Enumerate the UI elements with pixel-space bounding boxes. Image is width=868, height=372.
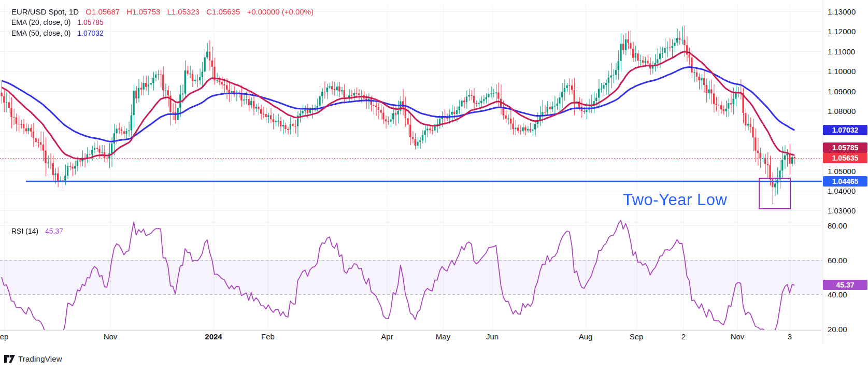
price-tick-label: 1.11000 bbox=[828, 47, 855, 55]
time-tick-label: Nov bbox=[731, 332, 745, 341]
ema50-label: EMA (50, close, 0) bbox=[11, 29, 70, 37]
price-tick-label: 1.13000 bbox=[828, 7, 856, 16]
ema50-badge: 1.07032 bbox=[823, 125, 867, 135]
price-tick-label: 1.03000 bbox=[828, 206, 856, 215]
price-tick-label: 1.08000 bbox=[828, 107, 856, 116]
low-highlight-box[interactable] bbox=[759, 178, 791, 209]
tradingview-chart: EUR/USD Spot, 1D O1.05687 H1.05753 L1.05… bbox=[0, 0, 868, 372]
time-tick-label: ep bbox=[0, 332, 8, 341]
rsi-tick-label: 20.00 bbox=[828, 325, 847, 334]
tradingview-logo-text: TradingView bbox=[18, 354, 62, 363]
rsi-tick-label: 60.00 bbox=[828, 255, 847, 264]
price-tick-label: 1.04000 bbox=[828, 186, 856, 195]
time-tick-label: May bbox=[436, 332, 450, 341]
two-year-low-annotation[interactable]: Two-Year Low bbox=[623, 191, 727, 209]
ema20-badge: 1.05785 bbox=[823, 142, 867, 153]
legend: EUR/USD Spot, 1D O1.05687 H1.05753 L1.05… bbox=[11, 6, 314, 39]
tradingview-logo-icon bbox=[4, 355, 15, 363]
rsi-label: RSI (14) bbox=[11, 227, 38, 235]
time-tick-label: Apr bbox=[381, 332, 393, 341]
pane-separator[interactable] bbox=[0, 222, 822, 222]
rsi-tick-label: 80.00 bbox=[828, 221, 847, 230]
ohlc-close: C1.05635 bbox=[206, 7, 240, 16]
time-tick-label: Sep bbox=[630, 332, 644, 341]
price-tick-label: 1.09000 bbox=[828, 87, 856, 95]
rsi-value: 45.37 bbox=[45, 227, 63, 235]
ema50-value: 1.07032 bbox=[77, 29, 104, 37]
time-tick-label: Nov bbox=[104, 332, 118, 341]
time-tick-label: 2 bbox=[681, 332, 686, 341]
ohlc-high: H1.05753 bbox=[126, 7, 160, 16]
price-axis-separator bbox=[822, 0, 822, 345]
price-tick-label: 1.12000 bbox=[828, 27, 856, 36]
ema20-label: EMA (20, close, 0) bbox=[11, 18, 70, 26]
time-axis-separator bbox=[0, 330, 822, 331]
tradingview-logo[interactable]: TradingView bbox=[4, 354, 62, 363]
rsi-tick-label: 40.00 bbox=[828, 290, 847, 299]
symbol-title: EUR/USD Spot, 1D bbox=[11, 7, 79, 16]
ema20-value: 1.05785 bbox=[77, 18, 104, 26]
price-tick-label: 1.05000 bbox=[828, 166, 856, 175]
time-tick-label: 3 bbox=[788, 332, 792, 341]
support-badge: 1.04465 bbox=[823, 176, 867, 187]
last-price-badge: 1.05635 bbox=[823, 153, 867, 163]
rsi-badge: 45.37 bbox=[823, 280, 867, 290]
time-tick-label: Jun bbox=[486, 332, 499, 341]
ohlc-low: L1.05323 bbox=[167, 7, 200, 16]
ohlc-change: +0.00000 (+0.00%) bbox=[247, 7, 314, 16]
price-tick-label: 1.10000 bbox=[828, 67, 856, 76]
chart-canvas[interactable] bbox=[0, 0, 822, 330]
time-tick-label: 2024 bbox=[205, 332, 222, 341]
time-tick-label: Feb bbox=[261, 332, 275, 341]
ema20-legend-row: EMA (20, close, 0) 1.05785 bbox=[11, 17, 314, 28]
ema50-legend-row: EMA (50, close, 0) 1.07032 bbox=[11, 28, 314, 39]
rsi-legend: RSI (14) 45.37 bbox=[11, 227, 63, 235]
ohlc-open: O1.05687 bbox=[86, 7, 120, 16]
symbol-legend-row: EUR/USD Spot, 1D O1.05687 H1.05753 L1.05… bbox=[11, 6, 314, 17]
time-tick-label: Aug bbox=[579, 332, 593, 341]
